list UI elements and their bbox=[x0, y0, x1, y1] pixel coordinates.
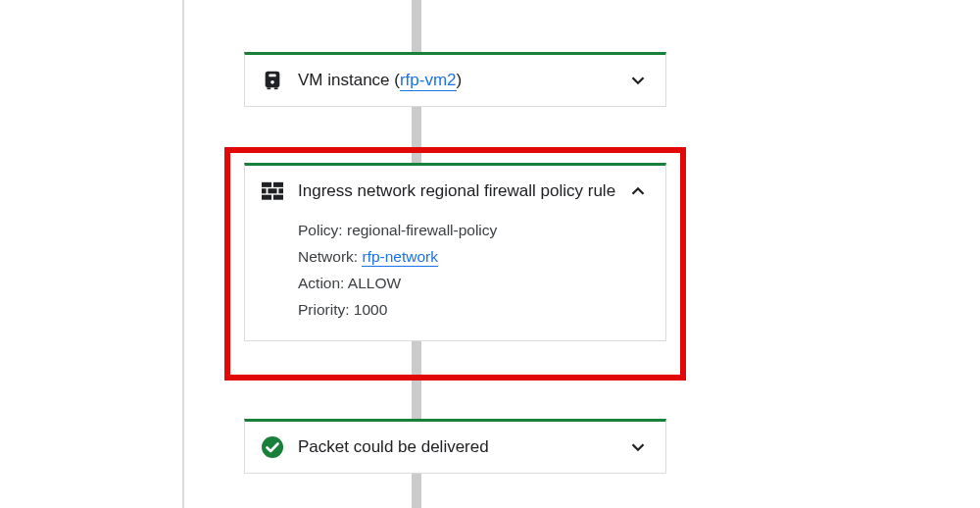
svg-rect-10 bbox=[262, 195, 271, 200]
svg-rect-4 bbox=[274, 87, 278, 89]
svg-rect-1 bbox=[269, 75, 275, 77]
svg-rect-3 bbox=[268, 87, 271, 89]
network-label: Network: bbox=[298, 248, 358, 265]
firewall-icon bbox=[261, 179, 284, 203]
svg-rect-8 bbox=[268, 188, 276, 193]
policy-label: Policy: bbox=[298, 222, 343, 238]
network-link[interactable]: rfp-network bbox=[362, 248, 438, 267]
close-paren: ) bbox=[457, 71, 463, 89]
svg-rect-11 bbox=[273, 195, 283, 200]
left-divider bbox=[182, 0, 184, 508]
priority-label: Priority: bbox=[298, 301, 350, 318]
packet-delivered-card[interactable]: Packet could be delivered bbox=[244, 419, 666, 474]
chevron-down-icon[interactable] bbox=[626, 69, 650, 92]
firewall-policy-card[interactable]: Ingress network regional firewall policy… bbox=[244, 163, 666, 341]
priority-value: 1000 bbox=[354, 301, 387, 318]
check-circle-icon bbox=[261, 435, 284, 459]
action-label: Action: bbox=[298, 275, 344, 291]
svg-rect-0 bbox=[266, 72, 280, 88]
action-value: ALLOW bbox=[348, 275, 401, 291]
chevron-up-icon[interactable] bbox=[626, 179, 650, 203]
vm-link[interactable]: rfp-vm2 bbox=[400, 71, 457, 91]
policy-row: Policy: regional-firewall-policy bbox=[298, 217, 650, 243]
policy-value: regional-firewall-policy bbox=[347, 222, 497, 238]
vm-instance-icon bbox=[261, 69, 284, 92]
svg-rect-5 bbox=[262, 182, 271, 187]
vm-card-title: VM instance (rfp-vm2) bbox=[298, 69, 626, 92]
svg-rect-9 bbox=[278, 188, 283, 193]
delivery-card-title: Packet could be delivered bbox=[298, 435, 626, 459]
chevron-down-icon[interactable] bbox=[626, 435, 650, 459]
priority-row: Priority: 1000 bbox=[298, 296, 650, 323]
network-row: Network: rfp-network bbox=[298, 243, 650, 270]
firewall-details: Policy: regional-firewall-policy Network… bbox=[245, 217, 665, 340]
vm-title-prefix: VM instance bbox=[298, 71, 390, 89]
svg-rect-7 bbox=[262, 188, 267, 193]
vm-instance-card[interactable]: VM instance (rfp-vm2) bbox=[244, 52, 666, 107]
svg-point-12 bbox=[262, 436, 283, 458]
svg-rect-6 bbox=[273, 182, 283, 187]
firewall-card-title: Ingress network regional firewall policy… bbox=[298, 179, 626, 203]
svg-point-2 bbox=[270, 80, 274, 84]
action-row: Action: ALLOW bbox=[298, 270, 650, 296]
